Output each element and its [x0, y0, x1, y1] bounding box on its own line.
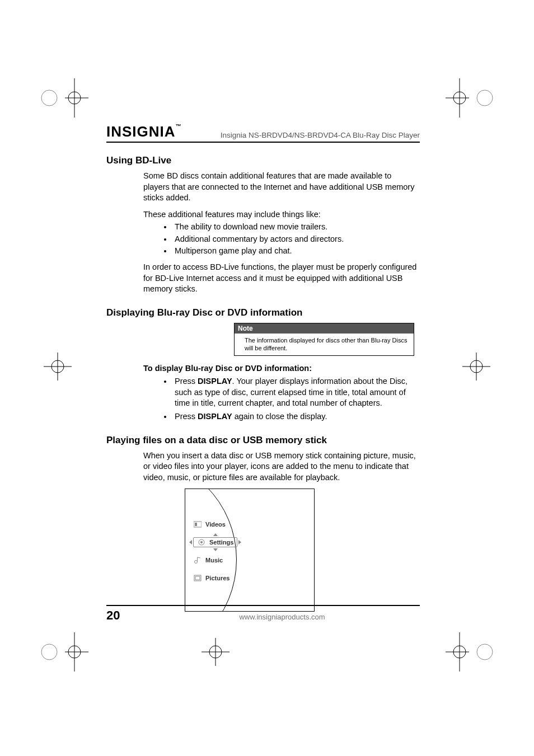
- crop-mark-br: [446, 627, 496, 677]
- page-header: INSIGNIA™ Insignia NS-BRDVD4/NS-BRDVD4-C…: [106, 123, 420, 143]
- chevron-left-icon: [189, 540, 192, 544]
- bd-live-bullets: The ability to download new movie traile…: [106, 221, 420, 256]
- list-item: Multiperson game play and chat.: [172, 245, 420, 256]
- sub-heading-display: To display Blu-ray Disc or DVD informati…: [143, 364, 420, 373]
- svg-point-14: [41, 644, 57, 660]
- list-item: Press DISPLAY again to close the display…: [172, 411, 420, 422]
- pictures-icon: [193, 574, 202, 582]
- playing-files-para: When you insert a data disc or USB memor…: [143, 450, 420, 483]
- svg-point-28: [200, 541, 203, 543]
- chevron-right-icon: [238, 540, 241, 544]
- header-product-title: Insignia NS-BRDVD4/NS-BRDVD4-CA Blu-Ray …: [182, 131, 420, 140]
- menu-pictures: Pictures: [193, 573, 237, 583]
- display-key: DISPLAY: [198, 377, 232, 386]
- chevron-up-icon: [213, 533, 218, 536]
- step-text: Press: [175, 412, 198, 421]
- menu-music: Music: [193, 555, 237, 565]
- menu-label: Music: [205, 557, 223, 564]
- page-number: 20: [106, 608, 144, 623]
- crop-mark-bl: [38, 627, 88, 677]
- list-item: Press DISPLAY. Your player displays info…: [172, 376, 420, 409]
- list-item: The ability to download new movie traile…: [172, 221, 420, 232]
- crop-mark-mr: [462, 353, 490, 381]
- heading-display-info: Displaying Blu-ray Disc or DVD informati…: [106, 307, 420, 318]
- heading-playing-files: Playing files on a data disc or USB memo…: [106, 435, 420, 446]
- menu-videos: Videos: [193, 519, 237, 529]
- crop-mark-tl: [38, 73, 88, 123]
- video-icon: [193, 520, 202, 528]
- bd-live-para2: These additional features may include th…: [143, 209, 420, 220]
- bd-live-para1: Some BD discs contain additional feature…: [143, 171, 420, 204]
- menu-label: Videos: [205, 521, 226, 528]
- heading-bd-live: Using BD-Live: [106, 155, 420, 166]
- page-footer: 20 www.insigniaproducts.com: [106, 605, 420, 623]
- note-text: The information displayed for discs othe…: [235, 334, 414, 356]
- crop-mark-tr: [446, 73, 496, 123]
- display-steps: Press DISPLAY. Your player displays info…: [106, 376, 420, 422]
- crop-mark-ml: [44, 353, 72, 381]
- bd-live-para3: In order to access BD-Live functions, th…: [143, 262, 420, 295]
- crop-mark-bm: [202, 638, 229, 666]
- svg-point-4: [477, 90, 493, 106]
- menu-label: Settings: [209, 539, 233, 546]
- menu-screenshot: Videos Settings Music Pictures: [185, 489, 315, 612]
- brand-logo: INSIGNIA™: [106, 123, 182, 140]
- svg-point-29: [195, 561, 198, 564]
- page-content: INSIGNIA™ Insignia NS-BRDVD4/NS-BRDVD4-C…: [106, 123, 420, 612]
- list-item: Additional commentary by actors and dire…: [172, 233, 420, 245]
- chevron-down-icon: [213, 548, 218, 551]
- step-text: Press: [175, 377, 198, 386]
- menu-items: Videos Settings Music Pictures: [193, 519, 237, 591]
- svg-rect-26: [195, 523, 197, 526]
- music-icon: [193, 556, 202, 564]
- svg-point-0: [41, 90, 57, 106]
- step-text: again to close the display.: [232, 412, 327, 421]
- display-key: DISPLAY: [198, 412, 232, 421]
- svg-point-21: [477, 644, 493, 660]
- menu-settings: Settings: [193, 537, 237, 547]
- footer-url: www.insigniaproducts.com: [144, 613, 420, 621]
- note-label: Note: [235, 323, 414, 334]
- svg-rect-31: [195, 576, 200, 580]
- note-box: Note The information displayed for discs…: [234, 323, 414, 356]
- menu-label: Pictures: [205, 575, 229, 581]
- menu-selected: Settings: [193, 537, 237, 547]
- gear-icon: [197, 538, 206, 546]
- brand-text: INSIGNIA: [106, 123, 176, 140]
- trademark: ™: [176, 123, 182, 129]
